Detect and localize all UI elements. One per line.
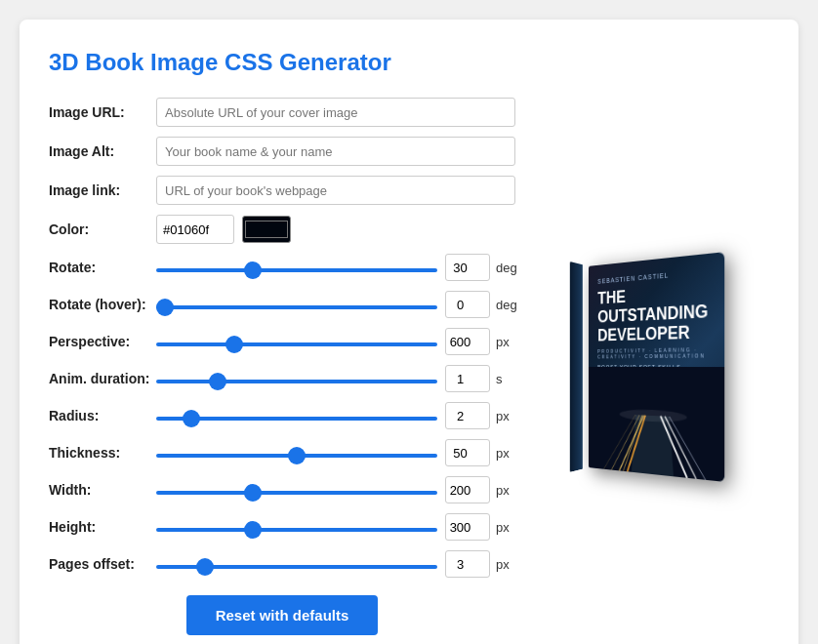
slider-label-0: Rotate:	[49, 260, 156, 275]
book-preview: Sebastien Castiel THE OUTSTANDING DEVELO…	[535, 98, 769, 635]
slider-label-1: Rotate (hover):	[49, 297, 156, 312]
slider-number-unit-0: deg	[445, 254, 515, 281]
slider-number-unit-8: px	[445, 550, 515, 578]
slider-number-unit-1: deg	[445, 291, 515, 318]
slider-wrap-5	[156, 444, 437, 462]
book-title-line1: THE OUTSTANDING	[597, 287, 708, 326]
slider-unit-4: px	[496, 409, 515, 423]
book-tagline: PRODUCTIVITY · LEARNING · CREATIVITY · C…	[597, 346, 713, 360]
book-title: THE OUTSTANDING DEVELOPER	[597, 281, 713, 345]
color-picker[interactable]	[242, 216, 291, 243]
slider-row-5: Thickness:px	[49, 439, 515, 466]
book-3d: Sebastien Castiel THE OUTSTANDING DEVELO…	[574, 260, 730, 474]
slider-label-7: Height:	[49, 519, 156, 535]
slider-unit-3: s	[496, 372, 515, 386]
slider-input-5[interactable]	[156, 454, 437, 458]
slider-number-7[interactable]	[445, 513, 490, 541]
slider-wrap-6	[156, 481, 437, 499]
slider-row-1: Rotate (hover):deg	[49, 291, 515, 318]
road-visual	[589, 367, 724, 482]
slider-number-1[interactable]	[445, 291, 490, 318]
slider-wrap-2	[156, 333, 437, 350]
slider-wrap-7	[156, 518, 437, 536]
book-title-line2: DEVELOPER	[597, 321, 689, 343]
slider-input-1[interactable]	[156, 305, 437, 309]
reset-button[interactable]: Reset with defaults	[186, 595, 379, 635]
slider-wrap-1	[156, 296, 437, 313]
image-link-label: Image link:	[49, 182, 156, 198]
slider-wrap-8	[156, 555, 437, 573]
svg-line-7	[670, 416, 706, 479]
slider-input-3[interactable]	[156, 380, 437, 383]
image-link-row: Image link:	[49, 176, 515, 205]
slider-row-6: Width:px	[49, 476, 515, 503]
slider-input-8[interactable]	[156, 565, 437, 569]
slider-row-3: Anim. duration:s	[49, 365, 515, 392]
slider-wrap-4	[156, 407, 437, 424]
color-label: Color:	[49, 221, 156, 237]
svg-line-5	[661, 416, 687, 477]
slider-number-2[interactable]	[445, 328, 490, 355]
slider-row-7: Height:px	[49, 513, 515, 541]
main-card: 3D Book Image CSS Generator Image URL: I…	[20, 20, 798, 644]
slider-unit-6: px	[496, 483, 515, 498]
slider-unit-0: deg	[496, 261, 515, 275]
slider-number-unit-5: px	[445, 439, 515, 466]
svg-rect-0	[589, 367, 724, 482]
image-alt-input[interactable]	[156, 137, 515, 166]
image-url-input[interactable]	[156, 98, 515, 127]
slider-wrap-0	[156, 259, 437, 276]
slider-number-3[interactable]	[445, 365, 490, 392]
book-front: Sebastien Castiel THE OUTSTANDING DEVELO…	[589, 252, 724, 482]
content-area: Image URL: Image Alt: Image link: Color:…	[49, 98, 769, 635]
slider-unit-2: px	[496, 335, 515, 349]
slider-input-0[interactable]	[156, 268, 437, 272]
slider-input-7[interactable]	[156, 528, 437, 532]
slider-number-unit-3: s	[445, 365, 515, 392]
slider-unit-1: deg	[496, 298, 515, 312]
book-author: Sebastien Castiel	[597, 271, 669, 284]
slider-unit-7: px	[496, 520, 515, 535]
slider-unit-8: px	[496, 557, 515, 572]
image-link-input[interactable]	[156, 176, 515, 205]
road-svg	[589, 367, 724, 482]
slider-input-2[interactable]	[156, 342, 437, 346]
slider-label-5: Thickness:	[49, 445, 156, 461]
slider-label-4: Radius:	[49, 408, 156, 423]
slider-label-2: Perspective:	[49, 334, 156, 349]
slider-number-5[interactable]	[445, 439, 490, 466]
svg-marker-1	[632, 414, 674, 475]
slider-input-6[interactable]	[156, 491, 437, 495]
slider-number-unit-4: px	[445, 402, 515, 429]
reset-area: Reset with defaults	[49, 595, 515, 635]
controls-panel: Image URL: Image Alt: Image link: Color:…	[49, 98, 515, 635]
book-inner: Sebastien Castiel THE OUTSTANDING DEVELO…	[589, 252, 724, 482]
image-url-label: Image URL:	[49, 104, 156, 120]
image-alt-label: Image Alt:	[49, 143, 156, 159]
slider-wrap-3	[156, 370, 437, 387]
slider-input-4[interactable]	[156, 417, 437, 421]
sliders-container: Rotate:degRotate (hover):degPerspective:…	[49, 254, 515, 578]
slider-number-unit-2: px	[445, 328, 515, 355]
slider-number-6[interactable]	[445, 476, 490, 503]
slider-row-2: Perspective:px	[49, 328, 515, 355]
slider-number-unit-7: px	[445, 513, 515, 541]
svg-line-6	[665, 416, 696, 478]
slider-number-4[interactable]	[445, 402, 490, 429]
color-text-input[interactable]	[156, 215, 234, 244]
slider-row-4: Radius:px	[49, 402, 515, 429]
image-alt-row: Image Alt:	[49, 137, 515, 166]
slider-unit-5: px	[496, 446, 515, 461]
slider-number-unit-6: px	[445, 476, 515, 503]
slider-row-8: Pages offset:px	[49, 550, 515, 578]
image-url-row: Image URL:	[49, 98, 515, 127]
slider-label-6: Width:	[49, 482, 156, 498]
slider-number-0[interactable]	[445, 254, 490, 281]
slider-label-3: Anim. duration:	[49, 371, 156, 386]
slider-number-8[interactable]	[445, 550, 490, 578]
book-spine	[570, 262, 583, 472]
page-title: 3D Book Image CSS Generator	[49, 49, 769, 76]
color-row: Color:	[49, 215, 515, 244]
slider-row-0: Rotate:deg	[49, 254, 515, 281]
slider-label-8: Pages offset:	[49, 556, 156, 572]
